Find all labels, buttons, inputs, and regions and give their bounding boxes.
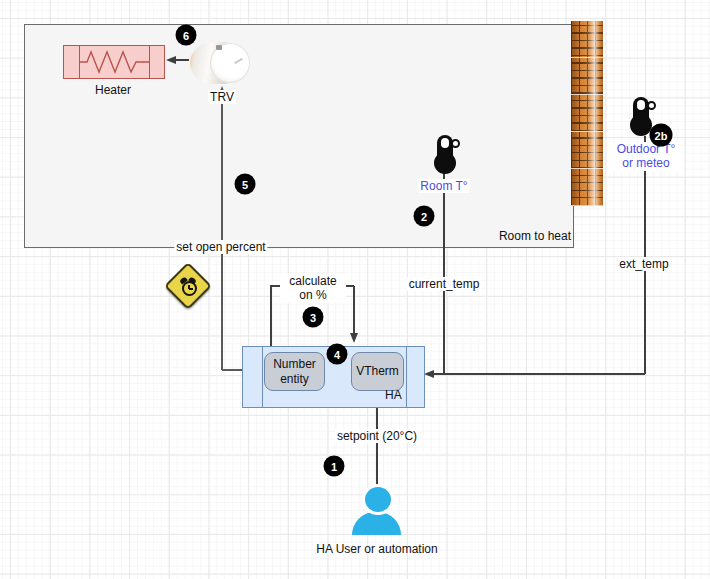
edge-set-open-percent-v xyxy=(221,91,223,370)
ha-right-bar xyxy=(406,347,407,407)
edge-trv-to-heater-arrowhead xyxy=(166,56,176,64)
trv-button xyxy=(216,45,222,50)
heater-right-bar xyxy=(149,46,150,78)
brick-wall-icon xyxy=(571,21,603,206)
trv-label: TRV xyxy=(208,90,236,104)
alarm-face xyxy=(182,281,197,296)
ext-temp-label: ext_temp xyxy=(617,257,670,271)
edge-current-temp xyxy=(443,173,445,374)
user-head xyxy=(365,487,391,512)
setpoint-label: setpoint (20°C) xyxy=(335,429,419,443)
user-shoulders xyxy=(352,512,401,535)
room-thermometer-icon xyxy=(434,135,460,174)
current-temp-label: current_temp xyxy=(407,277,482,291)
edge-calculate-right xyxy=(353,286,355,333)
room-temp-label: Room T° xyxy=(418,179,469,193)
edge-calculate-left xyxy=(270,286,272,346)
step-badge-4: 4 xyxy=(327,344,348,365)
number-entity-node: Number entity xyxy=(264,352,325,391)
edge-ext-temp-arrowhead xyxy=(424,370,434,378)
outdoor-temp-label: Outdoor T° or meteo xyxy=(609,142,683,171)
alarm-clock-icon xyxy=(180,278,196,294)
step-badge-2: 2 xyxy=(414,206,435,227)
edge-trv-to-heater xyxy=(176,59,189,61)
edge-ext-temp-h xyxy=(434,373,645,375)
alarm-diamond-icon xyxy=(164,262,212,310)
step-badge-6: 6 xyxy=(176,25,197,46)
step-badge-3: 3 xyxy=(303,307,324,328)
ha-label: HA xyxy=(385,388,402,402)
calculate-label: calculate on % xyxy=(280,274,346,303)
user-icon xyxy=(352,486,401,535)
step-badge-1: 1 xyxy=(324,456,345,477)
edge-setpoint xyxy=(376,401,378,487)
thermometer-bulb xyxy=(434,152,456,174)
heater-label: Heater xyxy=(95,83,131,97)
set-open-percent-label: set open percent xyxy=(174,240,267,254)
edge-calculate-arrowhead xyxy=(350,333,358,343)
ha-left-bar xyxy=(262,347,263,407)
user-label: HA User or automation xyxy=(316,542,437,556)
room-caption: Room to heat xyxy=(431,229,571,243)
degree-mark-icon xyxy=(451,139,460,148)
heater-node xyxy=(63,45,165,79)
edge-ext-temp-v xyxy=(644,136,646,374)
step-badge-2b: 2b xyxy=(650,124,673,147)
diagram-canvas: Heater TRV Room T° Outdoor T° or meteo N… xyxy=(0,0,710,579)
step-badge-5: 5 xyxy=(235,174,256,195)
trv-valve-icon xyxy=(189,40,251,86)
vtherm-node: VTherm xyxy=(351,352,404,391)
resistor-icon xyxy=(79,46,149,78)
degree-mark-icon xyxy=(647,101,656,110)
